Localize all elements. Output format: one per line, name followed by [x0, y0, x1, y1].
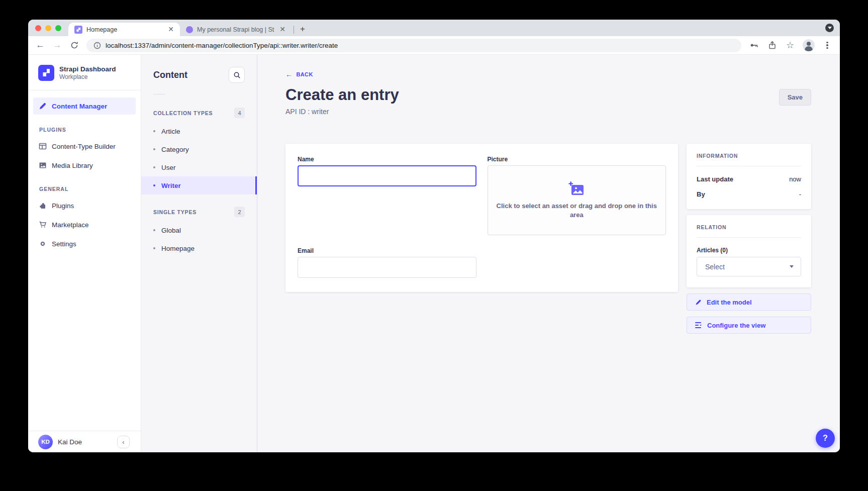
single-item-label: Global: [161, 227, 181, 234]
sidebar-item-marketplace[interactable]: Marketplace: [33, 216, 136, 233]
tab-search-button[interactable]: [825, 24, 834, 32]
puzzle-icon: [38, 202, 47, 210]
entry-form-card: Name Picture: [285, 144, 678, 292]
name-input[interactable]: [298, 165, 476, 186]
page-title: Create an entry: [285, 86, 399, 104]
user-row: KD Kai Doe ‹: [28, 431, 141, 452]
image-icon: [38, 161, 47, 170]
workspace-brand[interactable]: Strapi Dashboard Workplace: [28, 55, 141, 90]
edit-model-button[interactable]: Edit the model: [687, 293, 811, 311]
count-badge: 2: [234, 207, 245, 217]
minimize-window-button[interactable]: [45, 25, 51, 31]
collection-item-label: Writer: [161, 182, 181, 189]
single-item-label: Homepage: [161, 245, 195, 252]
tab-title: Homepage: [86, 26, 163, 33]
email-input[interactable]: [298, 257, 476, 278]
sidebar-section-general: GENERAL: [33, 176, 136, 197]
picture-label: Picture: [488, 156, 666, 163]
app-subtitle: Workplace: [59, 73, 116, 80]
group-single-types: SINGLE TYPES 2: [141, 203, 257, 221]
collapse-sidebar-button[interactable]: ‹: [117, 436, 130, 448]
sidebar-item-label: Content-Type Builder: [52, 143, 116, 150]
chevron-down-icon: [790, 265, 794, 268]
close-tab-icon[interactable]: ✕: [167, 26, 175, 34]
sidebar-item-label: Marketplace: [52, 221, 89, 229]
pencil-icon: [695, 299, 702, 306]
new-tab-button[interactable]: +: [296, 23, 309, 36]
divider: [697, 166, 801, 166]
address-bar[interactable]: localhost:1337/admin/content-manager/col…: [86, 39, 741, 52]
kv-label: By: [697, 190, 705, 198]
collection-item-label: Category: [161, 146, 189, 153]
add-image-icon: [568, 181, 585, 197]
sidebar-item-content-type-builder[interactable]: Content-Type Builder: [33, 138, 136, 155]
sidebar-section-plugins: PLUGINS: [33, 117, 136, 138]
gear-icon: [38, 240, 47, 248]
collection-item-category[interactable]: Category: [141, 140, 257, 158]
collection-item-article[interactable]: Article: [141, 122, 257, 140]
tab-homepage[interactable]: Homepage ✕: [68, 23, 180, 36]
collection-item-label: User: [161, 164, 176, 171]
sidebar-item-content-manager[interactable]: Content Manager: [33, 97, 136, 115]
sidebar-item-plugins[interactable]: Plugins: [33, 197, 136, 214]
avatar[interactable]: KD: [38, 435, 53, 449]
help-button[interactable]: ?: [816, 429, 835, 448]
tab-strapi-blog[interactable]: My personal Strapi blog | Strap ✕: [180, 23, 292, 36]
maximize-window-button[interactable]: [55, 25, 61, 31]
configure-view-label: Configure the view: [707, 322, 765, 329]
sidebar-item-label: Content Manager: [52, 103, 107, 110]
reload-icon[interactable]: [69, 40, 79, 50]
strapi-admin: Strapi Dashboard Workplace Content Manag…: [28, 55, 840, 452]
forward-icon[interactable]: →: [52, 40, 62, 50]
email-label: Email: [298, 247, 476, 254]
single-item-global[interactable]: Global: [141, 221, 257, 239]
close-tab-icon[interactable]: ✕: [278, 26, 286, 34]
bullet-icon: [153, 130, 155, 132]
save-button[interactable]: Save: [779, 89, 811, 106]
bullet-icon: [153, 229, 155, 231]
sidebar-item-label: Plugins: [52, 202, 74, 210]
profile-avatar-icon[interactable]: [803, 39, 815, 51]
group-label: SINGLE TYPES: [153, 209, 197, 215]
sidebar-item-settings[interactable]: Settings: [33, 235, 136, 252]
back-icon[interactable]: ←: [35, 40, 45, 50]
single-item-homepage[interactable]: Homepage: [141, 239, 257, 257]
main-content: ← BACK Create an entry API ID : writer S…: [257, 55, 840, 452]
collection-item-writer[interactable]: Writer: [141, 176, 257, 194]
name-label: Name: [298, 156, 476, 163]
layout-icon: [38, 142, 47, 151]
information-card: INFORMATION Last update now By -: [687, 144, 811, 209]
search-button[interactable]: [229, 67, 245, 83]
picture-dropzone[interactable]: Click to select an asset or drag and dro…: [488, 165, 666, 235]
collection-item-user[interactable]: User: [141, 158, 257, 176]
window-controls: [28, 20, 68, 36]
sidebar-item-media-library[interactable]: Media Library: [33, 157, 136, 174]
site-info-icon[interactable]: [93, 42, 101, 49]
edit-model-label: Edit the model: [707, 299, 752, 306]
by-row: By -: [697, 190, 801, 198]
close-window-button[interactable]: [35, 25, 41, 31]
bullet-icon: [153, 247, 155, 249]
subnav-title: Content: [153, 70, 187, 80]
browser-tab-strip: Homepage ✕ My personal Strapi blog | Str…: [28, 20, 840, 36]
email-field-group: Email: [298, 247, 476, 278]
strapi-favicon: [74, 26, 82, 34]
picture-field-group: Picture Click to select an asset or drag: [488, 156, 666, 235]
group-collection-types: COLLECTION TYPES 4: [141, 104, 257, 122]
browser-toolbar: ← → localhost:1337/admin/content-manager…: [28, 36, 840, 55]
browser-menu-icon[interactable]: [822, 40, 833, 51]
back-arrow-icon: ←: [285, 70, 293, 78]
bookmark-star-icon[interactable]: ☆: [785, 40, 796, 51]
bullet-icon: [153, 148, 155, 150]
share-icon[interactable]: [766, 40, 778, 51]
configure-view-button[interactable]: Configure the view: [687, 317, 811, 334]
back-link[interactable]: ← BACK: [285, 70, 313, 78]
pen-icon: [38, 102, 47, 111]
user-name: Kai Doe: [58, 438, 112, 446]
articles-select[interactable]: Select: [697, 257, 801, 276]
bullet-icon: [153, 166, 155, 168]
password-key-icon[interactable]: [748, 40, 759, 51]
sidebar-item-label: Media Library: [52, 162, 93, 169]
kv-label: Last update: [697, 175, 733, 183]
bullet-icon: [153, 184, 155, 186]
